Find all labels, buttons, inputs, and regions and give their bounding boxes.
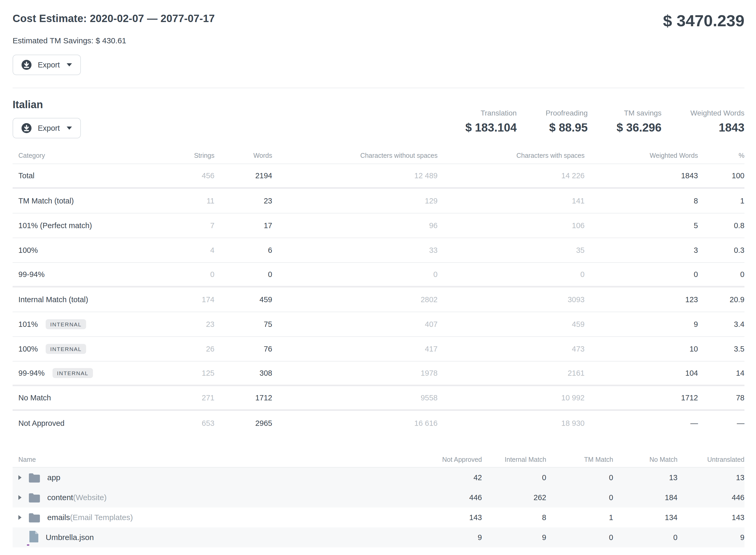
strings-value: 174	[155, 295, 215, 304]
stat-value: $ 88.95	[545, 121, 587, 134]
strings-value: 7	[155, 221, 215, 230]
strings-value: 0	[155, 270, 215, 279]
weighted-words-value: 3	[585, 246, 698, 255]
file-tree-row[interactable]: Umbrella.json 9 9 0 0 9	[13, 527, 745, 547]
words-value: 459	[215, 295, 272, 304]
percent-value: 78	[698, 393, 745, 402]
words-value: 2965	[215, 419, 272, 428]
strings-value: 125	[155, 369, 215, 378]
percent-value: 100	[698, 171, 745, 180]
chars-without-spaces-value: 2802	[272, 295, 438, 304]
weighted-words-value: —	[585, 419, 698, 428]
untranslated-value: 13	[677, 473, 745, 482]
category-label: 100%	[18, 246, 38, 255]
category-table: Category Strings Words Characters withou…	[13, 147, 745, 435]
folder-icon	[28, 493, 40, 503]
file-name: Umbrella.json	[46, 533, 94, 542]
category-table-row: 99-94% 0 0 0 0 0 0	[13, 263, 745, 288]
words-value: 75	[215, 320, 272, 329]
language-title: Italian	[13, 99, 81, 111]
category-table-row: Total 456 2194 12 489 14 226 1843 100	[13, 164, 745, 189]
tm-match-value: 0	[546, 473, 613, 482]
words-value: 17	[215, 221, 272, 230]
chars-with-spaces-value: 2161	[438, 369, 585, 378]
tm-match-value: 1	[546, 513, 613, 522]
stat-label: Proofreading	[545, 109, 587, 117]
tree-expander-icon[interactable]	[18, 515, 21, 520]
export-button-label: Export	[38, 124, 60, 133]
category-table-row: No Match 271 1712 9558 10 992 1712 78	[13, 386, 745, 411]
stat-translation: Translation $ 183.104	[465, 109, 517, 134]
tm-match-value: 0	[546, 533, 613, 542]
category-label: Internal Match (total)	[18, 295, 88, 304]
weighted-words-value: 9	[585, 320, 698, 329]
cost-estimate-header: Cost Estimate: 2020-02-07 — 2077-07-17 $…	[13, 13, 745, 29]
chars-without-spaces-value: 9558	[272, 393, 438, 402]
chars-with-spaces-value: 106	[438, 221, 585, 230]
tree-expander-icon[interactable]	[18, 475, 21, 480]
not-approved-value: 9	[418, 533, 482, 542]
words-value: 76	[215, 345, 272, 353]
column-header-chars-with-spaces: Characters with spaces	[438, 152, 585, 159]
download-icon	[21, 60, 32, 70]
weighted-words-value: 0	[585, 270, 698, 279]
words-value: 0	[215, 270, 272, 279]
total-cost: $ 3470.239	[663, 13, 745, 29]
internal-match-value: 262	[482, 493, 546, 502]
weighted-words-value: 104	[585, 369, 698, 378]
strings-value: 26	[155, 345, 215, 353]
words-value: 23	[215, 197, 272, 205]
download-icon	[21, 123, 32, 133]
category-table-body: Total 456 2194 12 489 14 226 1843 100 TM…	[13, 164, 745, 435]
column-header-percent: %	[698, 152, 745, 159]
tm-savings-note: Estimated TM Savings: $ 430.61	[13, 36, 745, 45]
words-value: 2194	[215, 171, 272, 180]
strings-value: 11	[155, 197, 215, 205]
file-tree-row[interactable]: emails(Email Templates) 143 8 1 134 143	[13, 508, 745, 527]
percent-value: 0.3	[698, 246, 745, 255]
column-header-words: Words	[215, 152, 272, 159]
percent-value: 20.9	[698, 295, 745, 304]
export-button-label: Export	[38, 61, 60, 69]
stat-weighted-words: Weighted Words 1843	[691, 109, 745, 134]
chars-without-spaces-value: 33	[272, 246, 438, 255]
words-value: 308	[215, 369, 272, 378]
export-button-global[interactable]: Export	[13, 55, 81, 75]
chars-without-spaces-value: 129	[272, 197, 438, 205]
category-table-row: 101% (Perfect match) 7 17 96 106 5 0.8	[13, 213, 745, 238]
weighted-words-value: 5	[585, 221, 698, 230]
untranslated-value: 143	[677, 513, 745, 522]
category-table-row: 100% 4 6 33 35 3 0.3	[13, 238, 745, 263]
chars-without-spaces-value: 16 616	[272, 419, 438, 428]
untranslated-value: 9	[677, 533, 745, 542]
chars-without-spaces-value: 417	[272, 345, 438, 353]
no-match-value: 134	[613, 513, 677, 522]
column-header-name: Name	[13, 456, 418, 463]
untranslated-value: 446	[677, 493, 745, 502]
internal-badge: INTERNAL	[46, 319, 86, 329]
column-header-chars-without-spaces: Characters without spaces	[272, 152, 438, 159]
percent-value: 3.5	[698, 345, 745, 353]
internal-match-value: 9	[482, 533, 546, 542]
stat-label: Translation	[465, 109, 517, 117]
json-file-icon	[28, 530, 39, 545]
chars-with-spaces-value: 473	[438, 345, 585, 353]
chars-with-spaces-value: 35	[438, 246, 585, 255]
category-label: No Match	[18, 393, 51, 402]
language-section-head: Italian Export Translation $ 183.104 Pro…	[13, 99, 745, 138]
strings-value: 271	[155, 393, 215, 402]
percent-value: 0.8	[698, 221, 745, 230]
category-label: Not Approved	[18, 419, 64, 428]
export-button-language[interactable]: Export	[13, 118, 81, 138]
caret-down-icon	[67, 127, 72, 130]
words-value: 1712	[215, 393, 272, 402]
category-table-row: 99-94% INTERNAL 125 308 1978 2161 104 14	[13, 361, 745, 386]
no-match-value: 13	[613, 473, 677, 482]
file-tree-row[interactable]: content(Website) 446 262 0 184 446	[13, 487, 745, 508]
not-approved-value: 446	[418, 493, 482, 502]
tree-expander-icon[interactable]	[18, 495, 21, 500]
column-header-weighted-words: Weighted Words	[585, 152, 698, 159]
file-tree-row[interactable]: app 42 0 0 13 13	[13, 468, 745, 487]
chars-with-spaces-value: 3093	[438, 295, 585, 304]
internal-badge: INTERNAL	[52, 368, 93, 378]
